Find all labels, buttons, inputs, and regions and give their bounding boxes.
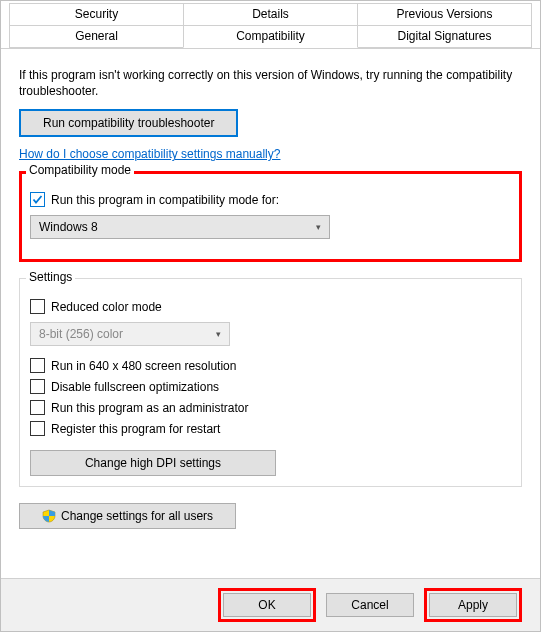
tab-details[interactable]: Details xyxy=(183,3,358,26)
apply-button[interactable]: Apply xyxy=(429,593,517,617)
disable-fullscreen-label: Disable fullscreen optimizations xyxy=(51,380,219,394)
intro-text: If this program isn't working correctly … xyxy=(19,67,522,99)
compat-mode-label: Run this program in compatibility mode f… xyxy=(51,193,279,207)
ok-highlight: OK xyxy=(218,588,316,622)
settings-legend: Settings xyxy=(26,270,75,284)
compat-mode-checkbox[interactable] xyxy=(30,192,45,207)
chevron-down-icon: ▾ xyxy=(216,329,221,339)
color-mode-dropdown: 8-bit (256) color ▾ xyxy=(30,322,230,346)
run-640-label: Run in 640 x 480 screen resolution xyxy=(51,359,236,373)
change-dpi-button[interactable]: Change high DPI settings xyxy=(30,450,276,476)
color-mode-value: 8-bit (256) color xyxy=(39,327,123,341)
disable-fullscreen-checkbox[interactable] xyxy=(30,379,45,394)
change-all-users-button[interactable]: Change settings for all users xyxy=(19,503,236,529)
settings-group: Settings Reduced color mode 8-bit (256) … xyxy=(19,278,522,487)
run-admin-checkbox[interactable] xyxy=(30,400,45,415)
tab-strip: Security Details Previous Versions Gener… xyxy=(1,1,540,49)
tab-digital-signatures[interactable]: Digital Signatures xyxy=(357,25,532,48)
compat-os-dropdown[interactable]: Windows 8 ▾ xyxy=(30,215,330,239)
compatibility-mode-group: Compatibility mode Run this program in c… xyxy=(19,171,522,262)
run-640-checkbox[interactable] xyxy=(30,358,45,373)
run-troubleshooter-button[interactable]: Run compatibility troubleshooter xyxy=(19,109,238,137)
cancel-button[interactable]: Cancel xyxy=(326,593,414,617)
apply-highlight: Apply xyxy=(424,588,522,622)
chevron-down-icon: ▾ xyxy=(316,222,321,232)
tab-general[interactable]: General xyxy=(9,25,184,48)
register-restart-checkbox[interactable] xyxy=(30,421,45,436)
dialog-footer: OK Cancel Apply xyxy=(1,578,540,631)
compat-legend: Compatibility mode xyxy=(26,163,134,177)
tab-previous-versions[interactable]: Previous Versions xyxy=(357,3,532,26)
uac-shield-icon xyxy=(42,509,56,523)
reduced-color-checkbox[interactable] xyxy=(30,299,45,314)
run-admin-label: Run this program as an administrator xyxy=(51,401,248,415)
tab-body: If this program isn't working correctly … xyxy=(1,49,540,529)
register-restart-label: Register this program for restart xyxy=(51,422,220,436)
help-link[interactable]: How do I choose compatibility settings m… xyxy=(19,147,280,161)
tab-security[interactable]: Security xyxy=(9,3,184,26)
compat-os-value: Windows 8 xyxy=(39,220,98,234)
reduced-color-label: Reduced color mode xyxy=(51,300,162,314)
properties-dialog: Security Details Previous Versions Gener… xyxy=(0,0,541,632)
tab-compatibility[interactable]: Compatibility xyxy=(183,25,358,48)
ok-button[interactable]: OK xyxy=(223,593,311,617)
change-all-users-label: Change settings for all users xyxy=(61,509,213,523)
